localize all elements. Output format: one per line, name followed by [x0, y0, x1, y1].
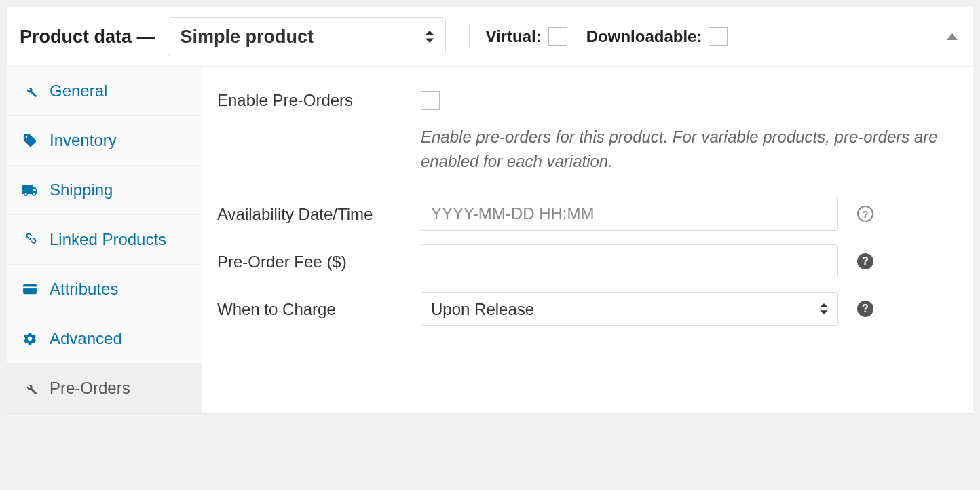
tab-shipping[interactable]: Shipping: [7, 166, 202, 215]
help-icon[interactable]: ?: [857, 301, 873, 317]
tab-general[interactable]: General: [7, 67, 202, 116]
pre-order-fee-label: Pre-Order Fee ($): [217, 244, 421, 271]
downloadable-label: Downloadable:: [586, 27, 702, 46]
enable-pre-orders-checkbox[interactable]: [421, 91, 440, 110]
pre-order-fee-input[interactable]: [421, 244, 838, 278]
gear-icon: [21, 330, 39, 347]
enable-pre-orders-description: Enable pre-orders for this product. For …: [421, 125, 943, 174]
tab-content: Enable Pre-Orders Enable pre-orders for …: [202, 67, 973, 413]
tabs-sidebar: General Inventory Shipping Linked Produc…: [7, 67, 202, 413]
virtual-checkbox[interactable]: [548, 27, 567, 46]
when-to-charge-label: When to Charge: [217, 292, 421, 319]
tab-label: Advanced: [50, 329, 122, 348]
product-data-panel: Product data — Simple product Virtual: D…: [7, 7, 973, 414]
availability-label: Availability Date/Time: [217, 197, 421, 224]
wrench-icon: [21, 379, 39, 397]
tab-label: Shipping: [50, 181, 113, 200]
collapse-toggle[interactable]: [947, 33, 958, 40]
wrench-icon: [21, 82, 39, 100]
tab-label: Pre-Orders: [50, 379, 130, 398]
tab-label: General: [50, 81, 107, 100]
availability-input[interactable]: [421, 197, 838, 231]
row-availability: Availability Date/Time ?: [217, 197, 958, 231]
tab-attributes[interactable]: Attributes: [7, 265, 202, 314]
when-to-charge-select[interactable]: Upon Release: [421, 292, 838, 326]
row-enable-pre-orders: Enable Pre-Orders Enable pre-orders for …: [217, 83, 958, 174]
tag-icon: [21, 132, 39, 149]
tab-label: Attributes: [50, 280, 118, 299]
card-icon: [21, 280, 39, 298]
virtual-label: Virtual:: [486, 27, 542, 46]
tab-label: Linked Products: [50, 230, 166, 249]
product-type-select[interactable]: Simple product: [168, 17, 446, 56]
downloadable-checkbox[interactable]: [709, 27, 728, 46]
panel-body: General Inventory Shipping Linked Produc…: [7, 67, 973, 413]
separator: [469, 25, 470, 48]
tab-advanced[interactable]: Advanced: [7, 314, 202, 364]
row-when-to-charge: When to Charge Upon Release ?: [217, 292, 958, 326]
panel-header: Product data — Simple product Virtual: D…: [7, 7, 973, 67]
tab-inventory[interactable]: Inventory: [7, 116, 202, 166]
enable-pre-orders-label: Enable Pre-Orders: [217, 83, 421, 110]
truck-icon: [21, 181, 39, 199]
tab-pre-orders[interactable]: Pre-Orders: [7, 364, 202, 413]
link-icon: [21, 231, 39, 248]
svg-rect-0: [23, 284, 37, 294]
svg-rect-1: [23, 286, 37, 288]
tab-linked-products[interactable]: Linked Products: [7, 215, 202, 265]
help-icon[interactable]: ?: [857, 206, 873, 222]
tab-label: Inventory: [50, 131, 117, 150]
panel-title: Product data —: [20, 26, 155, 48]
row-pre-order-fee: Pre-Order Fee ($) ?: [217, 244, 958, 278]
help-icon[interactable]: ?: [857, 253, 873, 269]
